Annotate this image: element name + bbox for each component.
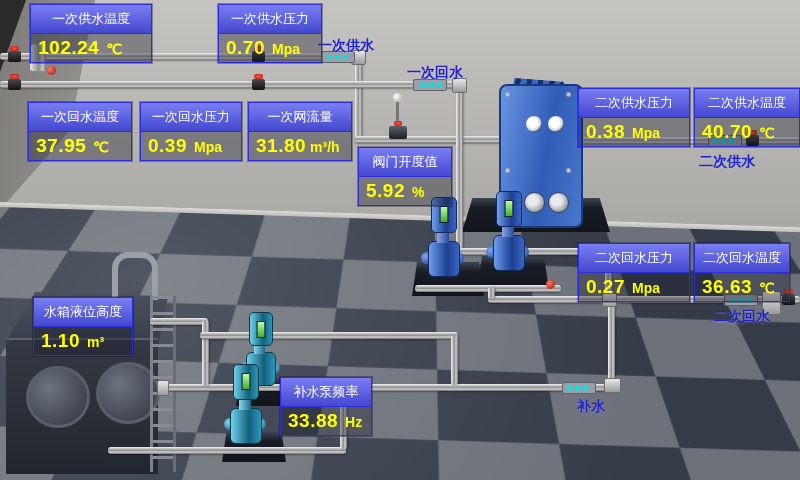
pump-motor-icon	[233, 364, 259, 400]
pipe-label-primary-supply: 一次供水	[318, 37, 374, 55]
gauge-value: 37.95	[36, 135, 86, 157]
control-valve-cap	[394, 121, 402, 126]
pipe-segment	[451, 335, 458, 385]
gauge-unit: ℃	[93, 139, 109, 155]
control-valve-icon	[389, 126, 407, 139]
gauge-title: 补水泵频率	[281, 378, 371, 407]
gauge-title: 一次回水压力	[141, 103, 241, 132]
pipe-segment	[202, 320, 209, 386]
pump-indicator	[505, 200, 514, 217]
gauge-secondary-return-pressure: 二次回水压力 0.27Mpa	[578, 243, 690, 302]
pipe-segment	[488, 287, 495, 299]
gauge-valve-opening: 阀门开度值 5.92%	[358, 147, 452, 206]
gauge-unit: m³/h	[310, 139, 340, 155]
gauge-value: 0.70	[226, 37, 265, 59]
gauge-value: 33.88	[288, 410, 338, 432]
gauge-title: 二次供水压力	[579, 89, 689, 118]
pipe-segment	[150, 318, 208, 325]
makeup-pump-icon	[230, 408, 262, 444]
valve-icon	[252, 79, 265, 90]
pump-motor-icon	[249, 312, 273, 346]
gauge-title: 水箱液位高度	[34, 298, 132, 327]
heat-exchanger-port-icon	[524, 192, 545, 213]
pump-indicator	[242, 373, 251, 390]
gauge-title: 一次供水温度	[31, 5, 151, 34]
pipe-label-primary-return: 一次回水	[407, 64, 463, 82]
gauge-value: 102.24	[38, 37, 99, 59]
gauge-title: 二次回水温度	[695, 244, 789, 273]
gauge-value: 40.70	[702, 121, 752, 143]
gauge-unit: m³	[87, 334, 104, 350]
gauge-value: 0.38	[586, 121, 625, 143]
pipe-segment	[456, 85, 463, 252]
gauge-title: 一次网流量	[249, 103, 351, 132]
gauge-secondary-return-temp: 二次回水温度 36.63℃	[694, 243, 790, 302]
gauge-makeup-pump-frequency: 补水泵频率 33.88Hz	[280, 377, 372, 436]
heat-exchanger-port-icon	[526, 116, 542, 132]
gauge-tank-level: 水箱液位高度 1.10m³	[33, 297, 133, 356]
pipe-segment	[355, 57, 362, 141]
gauge-value: 36.63	[702, 276, 752, 298]
gauge-value: 31.80	[256, 135, 306, 157]
pipe-segment	[163, 384, 615, 391]
tank-hatch-icon	[26, 366, 90, 428]
gauge-primary-return-temp: 一次回水温度 37.95℃	[28, 102, 132, 161]
gauge-unit: ℃	[759, 280, 775, 296]
gauge-primary-supply-pressure: 一次供水压力 0.70Mpa	[218, 4, 322, 63]
pump-indicator	[257, 321, 266, 338]
gauge-unit: Mpa	[194, 139, 222, 155]
bolt-icon	[566, 92, 571, 97]
gauge-value: 5.92	[366, 180, 405, 202]
pipe-flange	[604, 378, 621, 393]
control-valve-top-icon	[393, 93, 402, 102]
pipe-segment	[200, 332, 458, 339]
gauge-title: 二次供水温度	[695, 89, 799, 118]
bolt-icon	[505, 168, 510, 173]
gauge-unit: %	[412, 184, 424, 200]
pipe-segment	[608, 300, 615, 386]
pump-motor-icon	[496, 191, 522, 227]
pipe-label-makeup-water: 补水	[577, 398, 605, 416]
heat-exchanger-port-icon	[548, 116, 564, 132]
gauge-secondary-supply-temp: 二次供水温度 40.70℃	[694, 88, 800, 147]
gauge-primary-return-pressure: 一次回水压力 0.39Mpa	[140, 102, 242, 161]
pump-indicator	[440, 206, 449, 223]
circulation-pump-icon	[428, 241, 460, 277]
gauge-value: 1.10	[41, 330, 80, 352]
gauge-secondary-supply-pressure: 二次供水压力 0.38Mpa	[578, 88, 690, 147]
hmi-heat-station-screen: 一次供水 一次回水 二次供水 二次回水 补水 一次供水温度 102.24℃ 一次…	[0, 0, 800, 480]
pipe-label-secondary-supply: 二次供水	[699, 153, 755, 171]
gauge-title: 一次回水温度	[29, 103, 131, 132]
pipe-flange	[157, 380, 169, 396]
valve-icon	[8, 79, 21, 90]
gauge-title: 一次供水压力	[219, 5, 321, 34]
gauge-title: 阀门开度值	[359, 148, 451, 177]
valve-handwheel-icon	[47, 66, 56, 75]
gauge-unit: ℃	[759, 125, 775, 141]
valve-icon	[8, 51, 21, 62]
circulation-pump-icon	[493, 235, 525, 271]
vent-pipe-icon	[112, 252, 158, 300]
gauge-unit: Hz	[345, 414, 362, 430]
flow-arrows-right-icon	[562, 382, 596, 394]
gauge-unit: Mpa	[632, 125, 660, 141]
gauge-primary-supply-temp: 一次供水温度 102.24℃	[30, 4, 152, 63]
gauge-title: 二次回水压力	[579, 244, 689, 273]
valve-handwheel-icon	[546, 280, 555, 289]
bolt-icon	[566, 168, 571, 173]
gauge-unit: Mpa	[272, 41, 300, 57]
pipe-segment	[0, 81, 462, 88]
gauge-unit: Mpa	[632, 280, 660, 296]
heat-exchanger-port-icon	[548, 192, 569, 213]
gauge-unit: ℃	[106, 41, 122, 57]
pipe-segment	[108, 447, 346, 454]
gauge-value: 0.27	[586, 276, 625, 298]
gauge-value: 0.39	[148, 135, 187, 157]
pipe-segment	[355, 136, 507, 143]
pipe-label-secondary-return: 二次回水	[714, 308, 770, 326]
bolt-icon	[505, 92, 510, 97]
gauge-primary-network-flow: 一次网流量 31.80m³/h	[248, 102, 352, 161]
